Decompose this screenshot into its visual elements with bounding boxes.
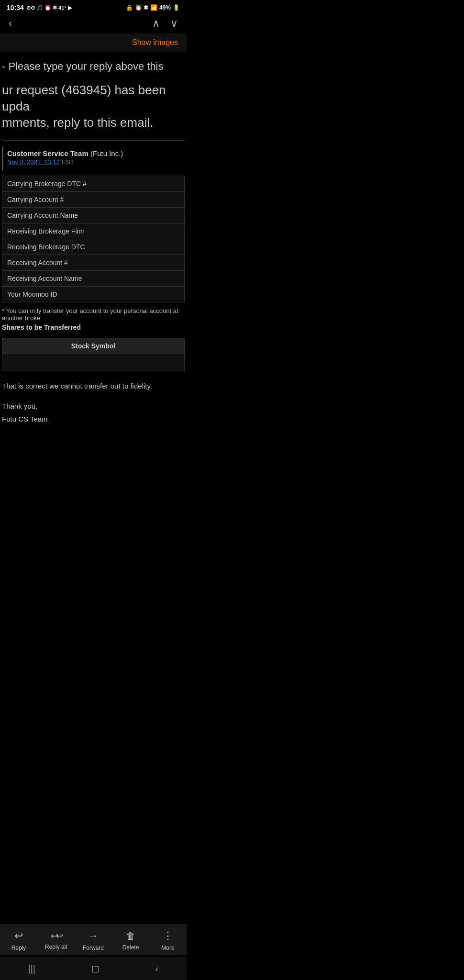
status-bar: 10:34 ⊙⊙ 🎵 ⏰ ❄ 41° ▶ 🔒 ⏰ ✱ 📶 49% 🔋	[0, 0, 187, 13]
transfer-info-table: Carrying Brokerage DTC #Carrying Account…	[2, 176, 185, 302]
next-message-button[interactable]: ∨	[170, 17, 178, 30]
sender-name: Customer Service Team (Futu Inc.)	[7, 149, 185, 157]
previous-message-button[interactable]: ∧	[152, 17, 160, 30]
table-row: Carrying Account #	[2, 192, 185, 208]
email-signature: Thank you, Futu CS Team	[2, 394, 185, 440]
sender-date: Nov 8, 2021, 13:12 EST	[7, 157, 185, 166]
divider	[2, 140, 185, 141]
nav-bar: ‹ ∧ ∨	[0, 13, 187, 33]
table-row: Receiving Brokerage DTC	[2, 239, 185, 255]
email-content: - Please type your reply above this ur r…	[0, 52, 187, 440]
show-images-bar: Show images	[0, 33, 187, 52]
show-images-button[interactable]: Show images	[132, 38, 178, 46]
status-right: 🔒 ⏰ ✱ 📶 49% 🔋	[126, 4, 180, 11]
status-time: 10:34 ⊙⊙ 🎵 ⏰ ❄ 41° ▶	[7, 4, 72, 11]
sender-info: Customer Service Team (Futu Inc.) Nov 8,…	[7, 149, 185, 166]
nav-right: ∧ ∨	[152, 17, 178, 30]
reply-message: That is correct we cannot transfer out t…	[2, 373, 185, 394]
shares-header: Shares to be Transferred	[2, 323, 185, 333]
request-notice: ur request (463945) has been upda mments…	[2, 78, 185, 134]
footnote: * You can only transfer your account to …	[2, 304, 185, 323]
stock-symbol-empty-row	[2, 354, 185, 371]
sender-section: Customer Service Team (Futu Inc.) Nov 8,…	[2, 146, 185, 171]
back-button[interactable]: ‹	[9, 17, 12, 30]
table-row: Carrying Brokerage DTC #	[2, 176, 185, 192]
table-row: Receiving Brokerage Firm	[2, 223, 185, 239]
table-row: Receiving Account #	[2, 255, 185, 271]
stock-symbol-table: Stock Symbol	[2, 338, 185, 371]
table-row: Receiving Account Name	[2, 271, 185, 287]
stock-symbol-header: Stock Symbol	[2, 338, 185, 354]
reply-notice: - Please type your reply above this	[2, 52, 185, 78]
table-row: Carrying Account Name	[2, 208, 185, 223]
table-row: Your Moomoo ID	[2, 287, 185, 302]
